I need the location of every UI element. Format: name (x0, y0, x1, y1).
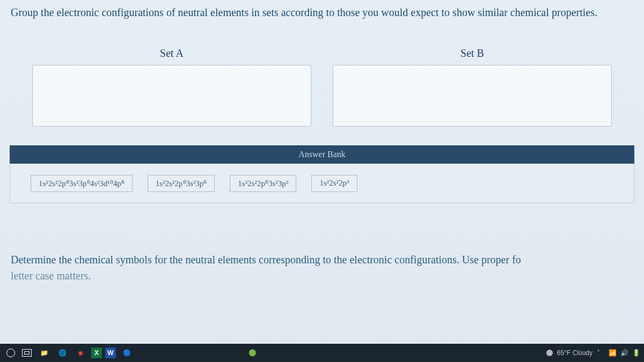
taskbar-right: 65°F Cloudy ˄ 📶 🔊 🔋 (546, 349, 640, 357)
sets-container: Set A Set B (0, 31, 644, 137)
set-b-dropzone[interactable] (333, 65, 612, 127)
config-item-2[interactable]: 1s²2s²2p⁶3s²3p⁶ (148, 175, 215, 192)
taskbar: 📁 🌐 ◉ X W 🔵 🟢 65°F Cloudy ˄ 📶 🔊 🔋 (0, 344, 644, 362)
volume-icon[interactable]: 🔊 (620, 349, 628, 357)
second-question-line2: letter case matters. (11, 270, 91, 282)
chrome-icon[interactable]: ◉ (73, 346, 88, 359)
config-item-4[interactable]: 1s²2s²2p³ (311, 175, 357, 192)
chevron-up-icon[interactable]: ˄ (597, 349, 604, 357)
set-a-group: Set A (32, 47, 311, 127)
app-icon-1[interactable]: 🔵 (119, 346, 134, 359)
second-question: Determine the chemical symbols for the n… (0, 203, 644, 289)
task-view-button[interactable] (20, 346, 33, 359)
network-icon[interactable]: 📶 (609, 349, 616, 357)
app-icon-2[interactable]: 🟢 (245, 346, 260, 359)
question-text: Group the electronic configurations of n… (0, 0, 644, 31)
set-b-label: Set B (460, 47, 484, 60)
task-view-icon (22, 349, 32, 357)
second-question-line1: Determine the chemical symbols for the n… (11, 254, 521, 265)
answer-bank: 1s²2s²2p⁶3s²3p⁶4s²3d¹⁰4p⁶ 1s²2s²2p⁶3s²3p… (10, 164, 634, 203)
weather-text[interactable]: 65°F Cloudy (557, 349, 592, 357)
edge-icon[interactable]: 🌐 (55, 346, 70, 359)
config-item-1[interactable]: 1s²2s²2p⁶3s²3p⁶4s²3d¹⁰4p⁶ (31, 175, 133, 192)
file-explorer-icon[interactable]: 📁 (36, 346, 52, 359)
set-a-label: Set A (160, 47, 184, 60)
start-button[interactable] (4, 346, 17, 359)
taskbar-left: 📁 🌐 ◉ X W 🔵 🟢 (4, 346, 260, 359)
set-b-group: Set B (333, 47, 612, 127)
set-a-dropzone[interactable] (32, 65, 311, 127)
circle-icon (6, 349, 15, 357)
answer-bank-header: Answer Bank (10, 145, 634, 164)
weather-icon (546, 350, 553, 356)
excel-icon[interactable]: X (91, 348, 102, 358)
word-icon[interactable]: W (105, 348, 116, 358)
battery-icon[interactable]: 🔋 (632, 349, 640, 357)
config-item-3[interactable]: 1s²2s²2p⁶3s²3p³ (230, 175, 296, 192)
